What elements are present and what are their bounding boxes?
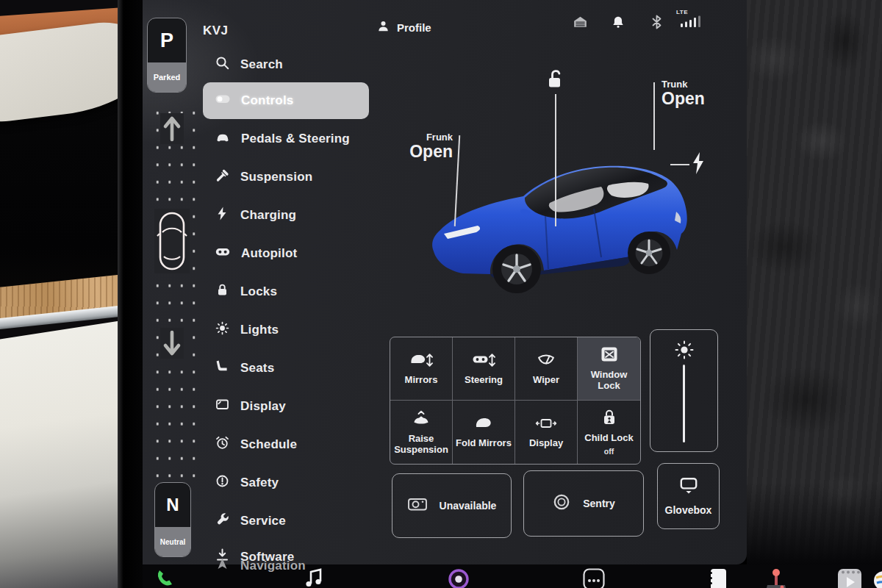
partial-app-icon[interactable] xyxy=(870,567,882,588)
tesla-screen-photo: P Parked N Neutral KVJ Search Controls P… xyxy=(0,0,882,588)
screen-bezel xyxy=(118,0,144,588)
theater-icon[interactable] xyxy=(836,567,863,588)
driver-profile-title: KVJ xyxy=(203,24,229,38)
sidebar-item-label: Suspension xyxy=(240,170,312,184)
wiper-icon xyxy=(537,352,556,371)
quick-control-window-lock[interactable]: Window Lock xyxy=(578,337,640,401)
gear-park-letter: P xyxy=(148,18,186,62)
sidebar-item-navigation[interactable]: Navigation xyxy=(203,547,369,585)
charge-bolt-icon[interactable] xyxy=(691,151,706,178)
quick-control-steering[interactable]: Steering xyxy=(453,337,515,401)
sidebar-item-label: Locks xyxy=(240,284,277,299)
blurred-background xyxy=(747,0,882,588)
dashcam-button-label: Unavailable xyxy=(440,500,497,512)
search-icon xyxy=(215,55,230,74)
sidebar-item-charging[interactable]: Charging xyxy=(203,197,369,234)
brightness-slider-track[interactable] xyxy=(683,365,685,442)
sidebar-item-label: Navigation xyxy=(240,559,306,573)
swipe-down-arrow-icon[interactable] xyxy=(160,328,184,359)
display-move-icon xyxy=(535,415,557,434)
cell-signal-icon: LTE xyxy=(676,9,703,31)
locks-icon xyxy=(215,282,230,301)
window-lock-icon xyxy=(600,345,619,366)
service-icon xyxy=(215,512,230,531)
sidebar-item-lights[interactable]: Lights xyxy=(203,312,369,348)
display-icon xyxy=(215,397,230,416)
quick-control-label: Wiper xyxy=(518,375,574,386)
dashcam-button[interactable]: Unavailable xyxy=(392,473,512,538)
lock-callout-line xyxy=(555,94,556,226)
bluetooth-icon[interactable] xyxy=(650,14,663,33)
profile-button[interactable]: Profile xyxy=(376,19,431,35)
quick-control-display[interactable]: Display xyxy=(515,401,578,464)
sidebar-item-pedals-steering[interactable]: Pedals & Steering xyxy=(203,121,369,157)
sidebar-item-seats[interactable]: Seats xyxy=(203,350,369,387)
streaming-icon[interactable] xyxy=(447,567,470,588)
sidebar-item-search[interactable]: Search xyxy=(203,49,369,81)
notes-icon[interactable] xyxy=(707,567,729,588)
sun-icon xyxy=(673,339,695,364)
navigation-icon xyxy=(215,556,230,576)
suspension-icon xyxy=(215,168,230,187)
autopilot-icon xyxy=(215,244,231,263)
glovebox-button[interactable]: Glovebox xyxy=(657,463,720,529)
phone-icon[interactable] xyxy=(154,567,176,588)
sidebar-item-suspension[interactable]: Suspension xyxy=(203,159,369,196)
gear-park-label: Parked xyxy=(148,62,186,92)
trunk-title: Trunk xyxy=(662,79,705,90)
frunk-title: Frunk xyxy=(406,132,453,143)
sentry-button[interactable]: Sentry xyxy=(523,470,644,537)
mirrors-adjust-icon xyxy=(409,352,433,371)
more-apps-icon[interactable] xyxy=(582,567,606,588)
sidebar-item-controls[interactable]: Controls xyxy=(203,82,369,119)
notifications-icon[interactable] xyxy=(611,15,625,33)
sidebar-item-label: Search xyxy=(240,57,283,72)
quick-control-label: Mirrors xyxy=(393,375,449,386)
sidebar-item-label: Autopilot xyxy=(241,246,297,261)
quick-control-label: Child Lock xyxy=(581,433,637,444)
quick-control-label: Display xyxy=(518,438,574,449)
steering-adjust-icon xyxy=(472,352,495,371)
sidebar-item-safety[interactable]: Safety xyxy=(203,465,369,501)
gear-neutral-badge[interactable]: N Neutral xyxy=(154,482,191,557)
controls-icon xyxy=(215,91,231,110)
trunk-open-button[interactable]: Open xyxy=(662,90,705,107)
lights-icon xyxy=(215,320,230,340)
sidebar-item-display[interactable]: Display xyxy=(203,388,369,425)
sidebar-item-label: Service xyxy=(240,514,286,528)
sidebar-item-locks[interactable]: Locks xyxy=(203,273,369,310)
sidebar-item-label: Schedule xyxy=(240,437,297,452)
vehicle-render xyxy=(420,132,694,295)
arcade-icon[interactable] xyxy=(764,567,788,588)
quick-control-child-lock[interactable]: Child Lock off xyxy=(578,401,640,464)
child-lock-icon xyxy=(600,409,619,429)
quick-controls-grid: Mirrors Steering Wiper Window Lock Raise… xyxy=(390,337,641,465)
sidebar-item-label: Charging xyxy=(240,208,296,223)
frunk-open-button[interactable]: Open xyxy=(406,143,453,160)
fold-mirrors-icon xyxy=(474,415,493,434)
swipe-up-arrow-icon[interactable] xyxy=(160,113,184,144)
pedals-steering-icon xyxy=(215,129,231,148)
safety-icon xyxy=(215,473,230,492)
sidebar-item-autopilot[interactable]: Autopilot xyxy=(203,235,369,272)
schedule-icon xyxy=(215,435,230,454)
quick-control-fold-mirrors[interactable]: Fold Mirrors xyxy=(453,401,515,464)
glovebox-icon xyxy=(679,476,698,498)
gear-neutral-letter: N xyxy=(155,483,190,527)
vehicle-top-view-icon xyxy=(154,209,190,273)
sidebar-item-schedule[interactable]: Schedule xyxy=(203,426,369,463)
gear-park-badge[interactable]: P Parked xyxy=(147,18,187,93)
charging-icon xyxy=(215,206,230,225)
music-icon[interactable] xyxy=(304,567,325,588)
gear-swipe-dots[interactable] xyxy=(151,104,196,485)
quick-control-raise-suspension[interactable]: Raise Suspension xyxy=(390,401,453,464)
sidebar-item-label: Safety xyxy=(240,476,279,490)
quick-control-mirrors[interactable]: Mirrors xyxy=(390,337,453,401)
quick-control-wiper[interactable]: Wiper xyxy=(515,337,578,401)
trunk-callout: Trunk Open xyxy=(662,79,705,107)
homelink-icon[interactable] xyxy=(573,15,588,33)
trunk-callout-line xyxy=(653,82,655,150)
unlocked-icon[interactable] xyxy=(544,68,566,96)
quick-control-label: Steering xyxy=(456,375,512,386)
sidebar-item-service[interactable]: Service xyxy=(203,503,369,539)
